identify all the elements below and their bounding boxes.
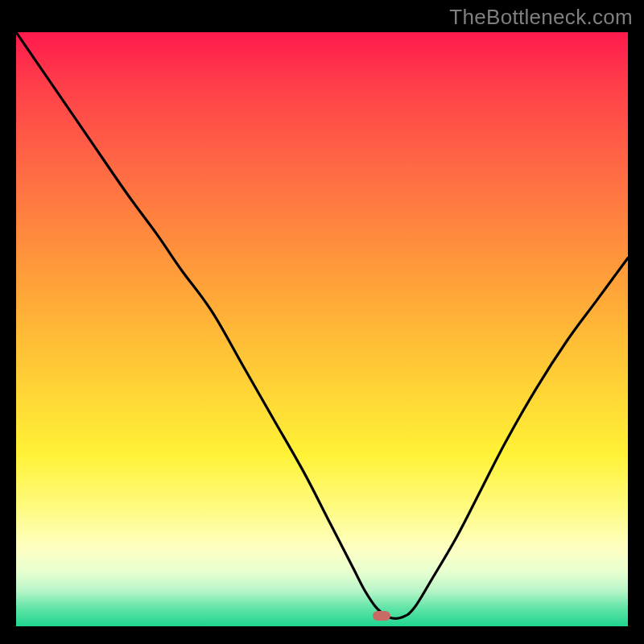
bottleneck-curve — [16, 32, 628, 626]
watermark-text: TheBottleneck.com — [449, 5, 633, 30]
plot-area — [16, 32, 628, 626]
chart-frame: TheBottleneck.com — [0, 0, 644, 644]
optimal-point-marker — [373, 611, 390, 621]
